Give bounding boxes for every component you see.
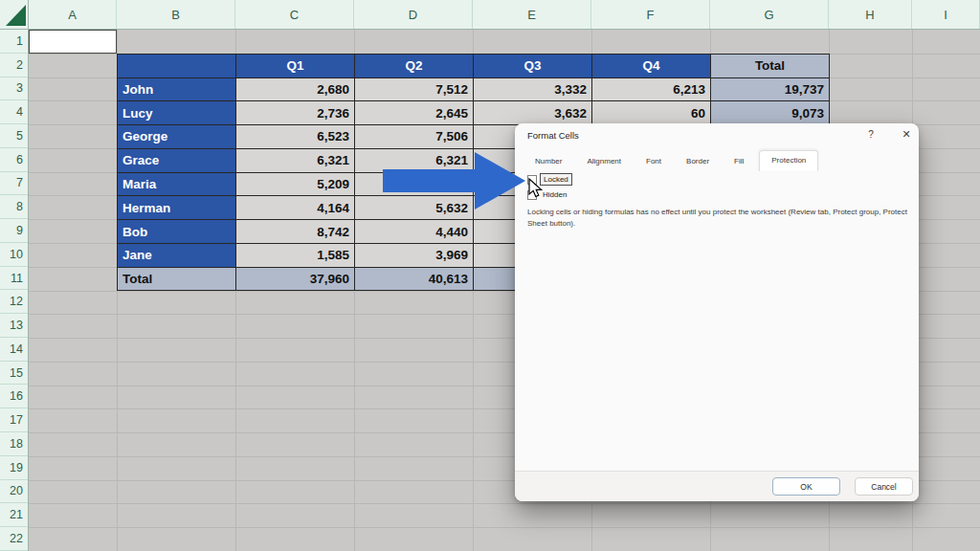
cell-D2[interactable]: Q2 (355, 55, 474, 78)
row-header-7[interactable]: 7 (0, 172, 28, 196)
cell-E2[interactable]: Q3 (474, 55, 592, 78)
row-header-1[interactable]: 1 (0, 30, 28, 54)
column-header-I[interactable]: I (912, 0, 980, 29)
column-header-H[interactable]: H (829, 0, 912, 29)
format-cells-dialog: Format Cells ? ✕ NumberAlignmentFontBord… (515, 123, 919, 501)
cell-D9[interactable]: 4,440 (355, 220, 474, 244)
cell-B5[interactable]: George (118, 125, 236, 149)
row-header-14[interactable]: 14 (0, 338, 28, 362)
row-header-12[interactable]: 12 (0, 290, 28, 314)
tab-fill[interactable]: Fill (724, 152, 753, 171)
locked-checkbox-label: Locked (540, 173, 572, 186)
row-header-10[interactable]: 10 (0, 243, 28, 267)
cell-C5[interactable]: 6,523 (236, 125, 355, 149)
row-header-8[interactable]: 8 (0, 195, 28, 219)
row-header-17[interactable]: 17 (0, 408, 28, 432)
cell-B9[interactable]: Bob (118, 220, 236, 244)
cell-C6[interactable]: 6,321 (236, 149, 355, 173)
dialog-title: Format Cells (527, 130, 579, 141)
row-header-6[interactable]: 6 (0, 148, 28, 172)
annotation-arrow-icon (383, 151, 526, 210)
cell-B6[interactable]: Grace (118, 149, 236, 173)
column-header-D[interactable]: D (354, 0, 473, 29)
close-icon[interactable]: ✕ (900, 128, 913, 141)
row-header-3[interactable]: 3 (0, 77, 28, 101)
cell-F4[interactable]: 60 (592, 101, 711, 125)
cell-D3[interactable]: 7,512 (355, 78, 474, 102)
active-cell-A1[interactable] (29, 30, 117, 54)
row-header-13[interactable]: 13 (0, 314, 28, 338)
tab-alignment[interactable]: Alignment (577, 152, 631, 171)
select-all-button[interactable] (0, 0, 29, 30)
cell-D4[interactable]: 2,645 (355, 101, 474, 125)
cell-E3[interactable]: 3,332 (474, 78, 592, 102)
gridline (29, 503, 980, 504)
cell-B7[interactable]: Maria (118, 173, 236, 197)
cell-C11[interactable]: 37,960 (236, 268, 355, 292)
cell-C8[interactable]: 4,164 (236, 196, 355, 220)
row-header-5[interactable]: 5 (0, 124, 28, 148)
dialog-tabs: NumberAlignmentFontBorderFillProtection (525, 148, 818, 171)
arrow-shape (383, 152, 525, 209)
cell-D5[interactable]: 7,506 (355, 125, 474, 149)
column-header-G[interactable]: G (710, 0, 829, 29)
row-header-19[interactable]: 19 (0, 456, 28, 480)
protection-description: Locking cells or hiding formulas has no … (527, 207, 910, 229)
cell-E4[interactable]: 3,632 (474, 101, 592, 125)
row-headers: 12345678910111213141516171819202122 (0, 30, 29, 551)
cancel-button[interactable]: Cancel (855, 477, 913, 496)
cell-F3[interactable]: 6,213 (592, 78, 711, 102)
cell-G4[interactable]: 9,073 (711, 101, 830, 125)
column-header-F[interactable]: F (591, 0, 710, 29)
cell-D11[interactable]: 40,613 (355, 268, 474, 292)
cell-C7[interactable]: 5,209 (236, 173, 355, 197)
cell-B10[interactable]: Jane (118, 244, 236, 268)
row-header-15[interactable]: 15 (0, 362, 28, 386)
cell-B11[interactable]: Total (118, 268, 236, 292)
tab-number[interactable]: Number (525, 152, 571, 171)
gridline (29, 527, 980, 528)
row-header-9[interactable]: 9 (0, 219, 28, 243)
cell-G3[interactable]: 19,737 (711, 78, 830, 102)
cell-C10[interactable]: 1,585 (236, 244, 355, 268)
cell-C3[interactable]: 2,680 (236, 78, 355, 102)
row-header-22[interactable]: 22 (0, 527, 28, 551)
row-header-11[interactable]: 11 (0, 267, 28, 291)
cell-F2[interactable]: Q4 (592, 55, 711, 78)
cell-B4[interactable]: Lucy (118, 101, 236, 125)
dialog-footer: OK Cancel (515, 471, 919, 501)
excel-workbook: ABCDEFGHI 123456789101112131415161718192… (0, 0, 980, 551)
cell-B8[interactable]: Herman (118, 196, 236, 220)
row-header-4[interactable]: 4 (0, 100, 28, 124)
cell-C4[interactable]: 2,736 (236, 101, 355, 125)
column-header-B[interactable]: B (117, 0, 235, 29)
tab-font[interactable]: Font (636, 152, 671, 171)
cell-C2[interactable]: Q1 (236, 55, 355, 78)
tab-protection[interactable]: Protection (759, 150, 818, 171)
cell-C9[interactable]: 8,742 (236, 220, 355, 244)
row-header-21[interactable]: 21 (0, 503, 28, 527)
select-all-triangle-icon (0, 2, 29, 29)
ok-button[interactable]: OK (772, 477, 840, 496)
help-icon[interactable]: ? (865, 129, 877, 140)
cell-B2[interactable] (118, 55, 236, 78)
column-header-A[interactable]: A (29, 0, 117, 29)
row-header-20[interactable]: 20 (0, 480, 28, 504)
column-headers: ABCDEFGHI (29, 0, 980, 30)
mouse-cursor-icon (528, 178, 545, 199)
row-header-18[interactable]: 18 (0, 432, 28, 456)
row-header-2[interactable]: 2 (0, 54, 28, 77)
row-header-16[interactable]: 16 (0, 385, 28, 408)
cell-D10[interactable]: 3,969 (355, 244, 474, 268)
cell-B3[interactable]: John (118, 78, 236, 102)
tab-border[interactable]: Border (677, 152, 719, 171)
column-header-E[interactable]: E (473, 0, 591, 29)
cell-G2[interactable]: Total (711, 55, 830, 78)
column-header-C[interactable]: C (235, 0, 354, 29)
